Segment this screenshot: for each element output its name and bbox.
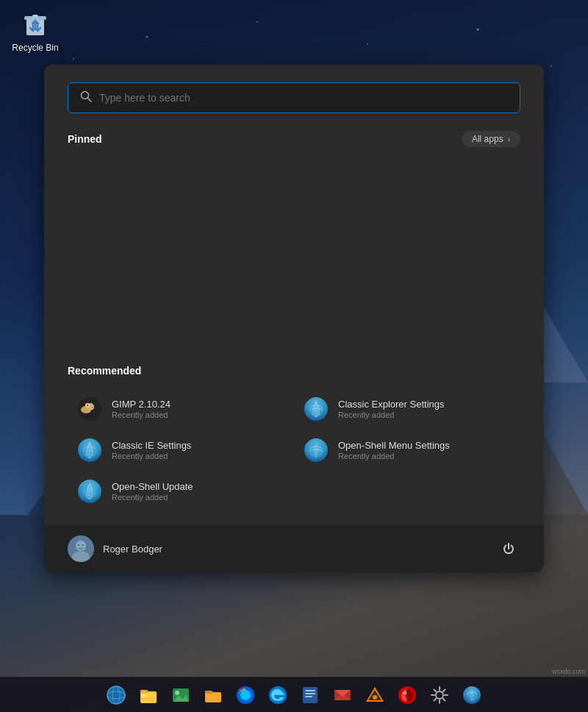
user-name-label: Roger Bodger	[103, 544, 162, 555]
taskbar-globe-icon[interactable]	[101, 680, 131, 710]
taskbar-antivirus-icon[interactable]	[392, 680, 422, 710]
taskbar-firefox-icon[interactable]	[231, 680, 260, 710]
svg-rect-48	[142, 698, 155, 699]
taskbar-folder-icon[interactable]	[198, 680, 228, 710]
start-menu-content: Pinned All apps ›	[44, 65, 544, 365]
list-item[interactable]: Classic Explorer Settings Recently added	[294, 388, 520, 430]
svg-rect-59	[305, 693, 315, 694]
svg-point-30	[87, 405, 88, 406]
search-bar[interactable]	[68, 82, 520, 113]
power-button[interactable]	[497, 537, 520, 560]
recycle-bin-label: Recycle Bin	[12, 43, 58, 53]
pinned-section-header: Pinned All apps ›	[68, 131, 520, 147]
svg-rect-47	[142, 694, 146, 697]
rec-item-name: Open-Shell Menu Settings	[338, 440, 450, 451]
rec-item-sub: Recently added	[338, 410, 445, 419]
taskbar-edge-icon[interactable]	[263, 680, 293, 710]
rec-item-text: Classic IE Settings Recently added	[112, 440, 191, 460]
taskbar-shell-icon[interactable]	[457, 680, 487, 710]
svg-rect-52	[205, 692, 221, 702]
rec-item-name: Classic IE Settings	[112, 440, 191, 451]
svg-rect-58	[305, 690, 315, 691]
shell-icon-4	[76, 478, 103, 505]
taskbar-vlc-icon[interactable]	[360, 680, 390, 710]
rec-item-sub: Recently added	[112, 493, 193, 502]
taskbar-file-explorer-icon[interactable]	[134, 680, 163, 710]
svg-point-67	[373, 695, 377, 699]
recommended-title: Recommended	[68, 365, 520, 377]
shell-icon	[303, 396, 329, 422]
svg-point-55	[240, 690, 251, 700]
svg-point-31	[92, 407, 93, 408]
svg-point-39	[78, 544, 79, 546]
chevron-right-icon: ›	[508, 135, 510, 143]
taskbar-mail-icon[interactable]	[328, 680, 357, 710]
shell-icon-3	[303, 437, 329, 463]
all-apps-button[interactable]: All apps ›	[462, 131, 520, 147]
search-input[interactable]	[99, 92, 508, 104]
recommended-section: Recommended	[44, 365, 544, 512]
list-item[interactable]: Classic IE Settings Recently added	[68, 430, 294, 471]
svg-point-40	[82, 544, 84, 546]
svg-rect-53	[205, 691, 212, 694]
svg-rect-21	[32, 15, 38, 18]
svg-line-23	[88, 99, 92, 102]
taskbar-notes-icon[interactable]	[295, 680, 325, 710]
shell-icon-2	[76, 437, 103, 463]
search-icon	[80, 90, 92, 105]
power-icon	[501, 541, 516, 556]
svg-point-70	[404, 692, 406, 694]
rec-item-text: Open-Shell Menu Settings Recently added	[338, 440, 450, 460]
watermark: wsxdn.com	[552, 668, 585, 675]
svg-rect-57	[303, 687, 318, 703]
list-item[interactable]: GIMP 2.10.24 Recently added	[68, 388, 294, 430]
svg-line-76	[434, 689, 437, 691]
start-menu-footer: Roger Bodger	[44, 525, 544, 572]
start-menu: Pinned All apps › Recommended	[44, 65, 544, 572]
rec-item-name: Open-Shell Update	[112, 481, 193, 492]
recommended-grid: GIMP 2.10.24 Recently added	[68, 388, 520, 512]
svg-point-2	[146, 36, 148, 38]
taskbar-settings-icon[interactable]	[425, 680, 454, 710]
svg-line-77	[443, 698, 445, 700]
rec-item-sub: Recently added	[338, 452, 450, 460]
pinned-title: Pinned	[68, 133, 102, 145]
svg-line-79	[434, 698, 437, 700]
rec-item-text: GIMP 2.10.24 Recently added	[112, 399, 171, 419]
rec-item-sub: Recently added	[112, 410, 171, 419]
taskbar-photos-icon[interactable]	[166, 680, 196, 710]
svg-rect-60	[305, 696, 312, 697]
rec-item-text: Classic Explorer Settings Recently added	[338, 399, 445, 419]
svg-point-6	[551, 65, 552, 67]
svg-rect-46	[140, 690, 148, 693]
user-profile[interactable]: Roger Bodger	[68, 535, 162, 562]
taskbar	[0, 677, 588, 712]
svg-point-3	[257, 21, 258, 23]
pinned-apps-area	[68, 159, 520, 365]
svg-point-5	[477, 29, 479, 31]
svg-point-29	[87, 410, 90, 413]
gimp-icon	[76, 396, 103, 422]
svg-point-50	[175, 691, 179, 695]
svg-line-78	[443, 689, 445, 691]
rec-item-text: Open-Shell Update Recently added	[112, 481, 193, 502]
rec-item-name: Classic Explorer Settings	[338, 399, 445, 410]
svg-point-4	[367, 43, 368, 45]
svg-point-71	[436, 691, 443, 699]
rec-item-name: GIMP 2.10.24	[112, 399, 171, 410]
svg-point-1	[73, 58, 74, 60]
recycle-bin-graphic	[18, 6, 53, 41]
list-item[interactable]: Open-Shell Menu Settings Recently added	[294, 430, 520, 471]
rec-item-sub: Recently added	[112, 452, 191, 460]
recycle-bin-icon[interactable]: Recycle Bin	[6, 6, 65, 53]
list-item[interactable]: Open-Shell Update Recently added	[68, 471, 294, 512]
all-apps-label: All apps	[472, 134, 503, 144]
avatar	[68, 535, 94, 562]
